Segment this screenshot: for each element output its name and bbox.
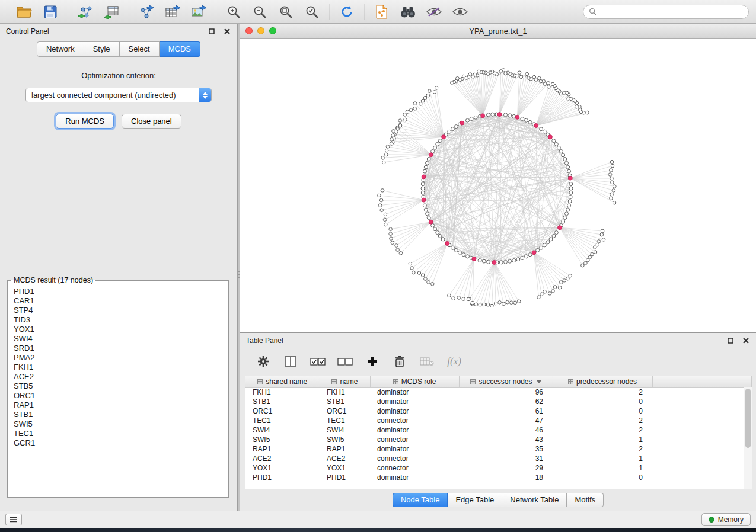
mcds-result-item[interactable]: STB5 bbox=[14, 382, 222, 391]
run-mcds-button[interactable]: Run MCDS bbox=[56, 114, 114, 129]
table-cell[interactable]: 43 bbox=[459, 435, 553, 444]
close-table-panel-icon[interactable] bbox=[742, 336, 750, 345]
table-cell[interactable]: connector bbox=[370, 435, 459, 444]
export-network-icon[interactable] bbox=[138, 4, 155, 20]
table-cell[interactable]: 2 bbox=[553, 444, 652, 454]
show-graphics-icon[interactable] bbox=[451, 4, 469, 20]
close-panel-button[interactable]: Close panel bbox=[122, 114, 181, 129]
table-cell[interactable]: 96 bbox=[459, 387, 553, 397]
mcds-result-item[interactable]: SWI5 bbox=[14, 419, 222, 429]
open-folder-icon[interactable] bbox=[15, 4, 33, 20]
import-network-icon[interactable] bbox=[76, 4, 94, 20]
mcds-result-item[interactable]: STB1 bbox=[14, 410, 222, 419]
export-web-icon[interactable] bbox=[373, 4, 391, 20]
zoom-selected-icon[interactable] bbox=[303, 4, 321, 20]
table-row[interactable]: ORC1ORC1dominator610 bbox=[245, 406, 752, 416]
table-cell[interactable]: 0 bbox=[553, 473, 652, 482]
column-header-predecessor-nodes[interactable]: predecessor nodes bbox=[553, 376, 652, 387]
table-cell[interactable]: 29 bbox=[459, 463, 553, 473]
mcds-result-item[interactable]: CAR1 bbox=[14, 296, 222, 306]
table-cell[interactable]: 0 bbox=[553, 406, 652, 416]
window-minimize-icon[interactable] bbox=[257, 27, 264, 34]
table-cell[interactable]: 1 bbox=[553, 463, 652, 473]
table-cell[interactable]: connector bbox=[370, 454, 459, 463]
window-close-icon[interactable] bbox=[245, 27, 253, 34]
tab-select[interactable]: Select bbox=[120, 41, 160, 57]
float-table-panel-icon[interactable] bbox=[726, 336, 735, 345]
table-cell[interactable]: RAP1 bbox=[245, 444, 320, 454]
table-row[interactable]: RAP1RAP1dominator352 bbox=[245, 444, 752, 454]
mcds-result-item[interactable]: SRD1 bbox=[14, 344, 222, 353]
table-cell[interactable]: connector bbox=[370, 416, 459, 425]
column-view-icon[interactable] bbox=[283, 353, 298, 370]
table-cell[interactable]: 47 bbox=[459, 416, 553, 425]
table-cell[interactable]: YOX1 bbox=[245, 463, 320, 473]
mcds-result-item[interactable]: PMA2 bbox=[14, 353, 222, 363]
mcds-result-list[interactable]: PHD1CAR1STP4TID3YOX1SWI4SRD1PMA2FKH1ACE2… bbox=[8, 286, 228, 493]
tab-motifs[interactable]: Motifs bbox=[567, 493, 604, 507]
export-table-icon[interactable] bbox=[164, 4, 181, 20]
table-scrollbar-thumb[interactable] bbox=[745, 389, 751, 448]
tab-style[interactable]: Style bbox=[84, 41, 120, 57]
column-header-name[interactable]: name bbox=[320, 376, 370, 387]
tab-node-table[interactable]: Node Table bbox=[393, 493, 448, 507]
mcds-result-item[interactable]: TID3 bbox=[14, 315, 222, 325]
table-scrollbar[interactable] bbox=[744, 387, 752, 489]
delete-column-icon[interactable] bbox=[392, 353, 407, 370]
zoom-out-icon[interactable] bbox=[251, 4, 269, 20]
table-cell[interactable]: 0 bbox=[553, 397, 652, 406]
table-cell[interactable]: 18 bbox=[459, 473, 553, 482]
table-cell[interactable]: ACE2 bbox=[245, 454, 320, 463]
close-panel-icon[interactable] bbox=[223, 27, 231, 36]
table-cell[interactable]: STB1 bbox=[320, 397, 370, 406]
table-cell[interactable]: dominator bbox=[370, 444, 459, 454]
zoom-in-icon[interactable] bbox=[225, 4, 243, 20]
table-cell[interactable]: STB1 bbox=[245, 397, 320, 406]
table-cell[interactable]: ACE2 bbox=[320, 454, 370, 463]
deselect-all-icon[interactable] bbox=[337, 353, 353, 370]
column-header-mcds-role[interactable]: MCDS role bbox=[370, 376, 459, 387]
tab-network-table[interactable]: Network Table bbox=[502, 493, 567, 507]
table-cell[interactable]: 31 bbox=[459, 454, 553, 463]
table-cell[interactable]: ORC1 bbox=[245, 406, 320, 416]
tab-edge-table[interactable]: Edge Table bbox=[448, 493, 502, 507]
settings-gear-icon[interactable] bbox=[256, 353, 271, 370]
mcds-result-item[interactable]: SWI4 bbox=[14, 334, 222, 344]
table-cell[interactable]: 2 bbox=[553, 416, 652, 425]
function-builder-icon[interactable]: f(x) bbox=[446, 353, 462, 370]
float-panel-icon[interactable] bbox=[208, 27, 216, 36]
column-header-shared-name[interactable]: shared name bbox=[245, 376, 320, 387]
mcds-result-item[interactable]: STP4 bbox=[14, 306, 222, 315]
network-canvas[interactable] bbox=[240, 39, 756, 332]
table-cell[interactable]: PHD1 bbox=[245, 473, 320, 482]
table-cell[interactable]: 1 bbox=[553, 454, 652, 463]
window-maximize-icon[interactable] bbox=[269, 27, 276, 34]
status-menu-button[interactable] bbox=[5, 514, 22, 525]
table-cell[interactable]: 2 bbox=[553, 425, 652, 435]
table-cell[interactable]: FKH1 bbox=[320, 387, 370, 397]
table-cell[interactable]: PHD1 bbox=[320, 473, 370, 482]
mcds-result-item[interactable]: YOX1 bbox=[14, 325, 222, 334]
table-cell[interactable]: SWI5 bbox=[320, 435, 370, 444]
mcds-result-item[interactable]: TEC1 bbox=[14, 429, 222, 438]
save-icon[interactable] bbox=[42, 4, 59, 20]
table-cell[interactable]: dominator bbox=[370, 406, 459, 416]
search-input[interactable] bbox=[600, 8, 743, 16]
table-cell[interactable]: 2 bbox=[553, 387, 652, 397]
table-row[interactable]: STB1STB1dominator620 bbox=[245, 397, 752, 406]
mcds-result-item[interactable]: PHD1 bbox=[14, 287, 222, 296]
table-row[interactable]: PHD1PHD1dominator180 bbox=[245, 473, 752, 482]
table-cell[interactable]: dominator bbox=[370, 473, 459, 482]
table-cell[interactable]: YOX1 bbox=[320, 463, 370, 473]
table-cell[interactable]: SWI5 bbox=[245, 435, 320, 444]
mcds-result-item[interactable]: FKH1 bbox=[14, 363, 222, 372]
table-cell[interactable]: dominator bbox=[370, 425, 459, 435]
table-cell[interactable]: 61 bbox=[459, 406, 553, 416]
mcds-result-item[interactable]: ACE2 bbox=[14, 372, 222, 382]
table-cell[interactable]: FKH1 bbox=[245, 387, 320, 397]
add-column-icon[interactable] bbox=[365, 353, 380, 370]
refresh-icon[interactable] bbox=[338, 4, 356, 20]
table-cell[interactable]: TEC1 bbox=[320, 416, 370, 425]
table-cell[interactable]: ORC1 bbox=[320, 406, 370, 416]
search-binoculars-icon[interactable] bbox=[399, 4, 417, 20]
